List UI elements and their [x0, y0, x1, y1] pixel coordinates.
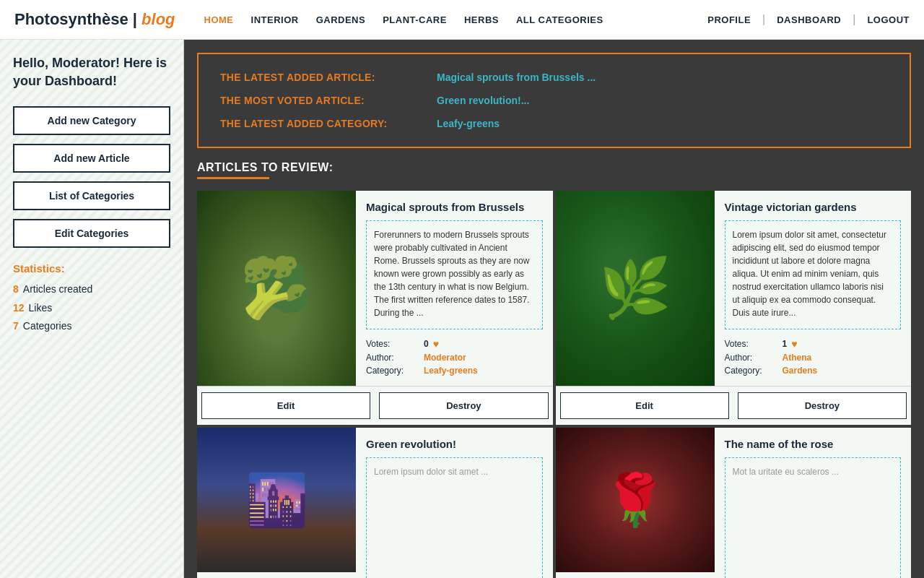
article-title-4: The name of the rose: [725, 438, 902, 450]
article-top-1: Magical sprouts from Brussels Forerunner…: [197, 191, 553, 386]
category-label-2: Category:: [725, 366, 783, 376]
article-content-3: Green revolution! Lorem ipsum dolor sit …: [356, 428, 553, 578]
article-content-4: The name of the rose Mot la uritate eu s…: [715, 428, 912, 578]
sidebar: Hello, Moderator! Here is your Dashboard…: [0, 40, 184, 578]
article-img-3: [197, 428, 356, 572]
article-meta-1: Votes: 0 ♥ Author: Moderator Category: L…: [366, 338, 543, 379]
article-text-2: Lorem ipsum dolor sit amet, consectetur …: [725, 220, 902, 329]
stats-categories: 7Categories: [13, 317, 170, 335]
author-label-2: Author:: [725, 353, 783, 363]
add-category-button[interactable]: Add new Category: [13, 106, 170, 135]
category-value-2: Gardens: [783, 366, 818, 376]
heart-icon-2: ♥: [791, 338, 797, 350]
nav-home[interactable]: HOME: [204, 14, 234, 25]
edit-button-1[interactable]: Edit: [201, 392, 370, 419]
main-content: THE LATEST ADDED ARTICLE: Magical sprout…: [184, 40, 924, 578]
article-title-1: Magical sprouts from Brussels: [366, 201, 543, 213]
latest-category-value: Leafy-greens: [437, 118, 500, 129]
sidebar-stats: Statistics: 8Articles created 12Likes 7C…: [13, 262, 170, 335]
articles-grid: Magical sprouts from Brussels Forerunner…: [197, 191, 911, 578]
latest-article-label: THE LATEST ADDED ARTICLE:: [220, 72, 437, 83]
article-img-4: [556, 428, 715, 572]
nav-all-categories[interactable]: ALL CATEGORIES: [516, 14, 603, 25]
add-article-button[interactable]: Add new Article: [13, 144, 170, 173]
nav-dashboard[interactable]: DASHBOARD: [777, 14, 841, 25]
stats-title: Statistics:: [13, 262, 170, 275]
stats-articles: 8Articles created: [13, 280, 170, 298]
article-top-2: Vintage victorian gardens Lorem ipsum do…: [556, 191, 912, 386]
page-layout: Hello, Moderator! Here is your Dashboard…: [0, 40, 924, 578]
article-content-1: Magical sprouts from Brussels Forerunner…: [356, 191, 553, 386]
nav-plant-care[interactable]: PLANT-CARE: [383, 14, 447, 25]
articles-section: ARTICLES TO REVIEW:: [184, 148, 924, 179]
most-voted-label: THE MOST VOTED ARTICLE:: [220, 95, 437, 106]
navbar: Photosynthèse | blog HOME INTERIOR GARDE…: [0, 0, 924, 40]
article-votes-row-2: Votes: 1 ♥: [725, 338, 902, 350]
article-card-4: The name of the rose Mot la uritate eu s…: [556, 428, 912, 578]
nav-links: HOME INTERIOR GARDENS PLANT-CARE HERBS A…: [204, 14, 708, 25]
logo-highlight: blog: [141, 10, 175, 28]
article-top-4: The name of the rose Mot la uritate eu s…: [556, 428, 912, 578]
article-card-2: Vintage victorian gardens Lorem ipsum do…: [556, 191, 912, 425]
article-author-row-1: Author: Moderator: [366, 353, 543, 363]
destroy-button-2[interactable]: Destroy: [738, 392, 907, 419]
votes-value-2: 1: [783, 339, 788, 349]
author-label-1: Author:: [366, 353, 424, 363]
nav-profile[interactable]: PROFILE: [707, 14, 751, 25]
article-actions-1: Edit Destroy: [197, 386, 553, 425]
destroy-button-1[interactable]: Destroy: [379, 392, 548, 419]
edit-categories-button[interactable]: Edit Categories: [13, 219, 170, 248]
info-row-most-voted: THE MOST VOTED ARTICLE: Green revolution…: [220, 95, 888, 106]
article-content-2: Vintage victorian gardens Lorem ipsum do…: [715, 191, 912, 386]
article-top-3: Green revolution! Lorem ipsum dolor sit …: [197, 428, 553, 578]
votes-label-1: Votes:: [366, 339, 424, 349]
article-author-row-2: Author: Athena: [725, 353, 902, 363]
nav-interior[interactable]: INTERIOR: [251, 14, 299, 25]
heart-icon-1: ♥: [433, 338, 439, 350]
votes-label-2: Votes:: [725, 339, 783, 349]
article-card-3: Green revolution! Lorem ipsum dolor sit …: [197, 428, 553, 578]
article-category-row-2: Category: Gardens: [725, 366, 902, 376]
most-voted-value: Green revolution!...: [437, 95, 529, 106]
article-text-3: Lorem ipsum dolor sit amet ...: [366, 457, 543, 578]
site-logo: Photosynthèse | blog: [14, 10, 175, 29]
votes-value-1: 0: [424, 339, 429, 349]
article-actions-2: Edit Destroy: [556, 386, 912, 425]
nav-divider1: |: [762, 13, 765, 26]
latest-article-value: Magical sprouts from Brussels ...: [437, 72, 596, 83]
article-img-1: [197, 191, 356, 386]
articles-title-underline: [197, 177, 269, 179]
article-category-row-1: Category: Leafy-greens: [366, 366, 543, 376]
nav-divider2: |: [853, 13, 855, 26]
article-title-2: Vintage victorian gardens: [725, 201, 902, 213]
article-card-1: Magical sprouts from Brussels Forerunner…: [197, 191, 553, 425]
article-title-3: Green revolution!: [366, 438, 543, 450]
dashboard-info-box: THE LATEST ADDED ARTICLE: Magical sprout…: [197, 53, 911, 148]
nav-right: PROFILE | DASHBOARD | LOGOUT: [707, 13, 910, 26]
info-row-latest-category: THE LATEST ADDED CATEGORY: Leafy-greens: [220, 118, 888, 129]
latest-category-label: THE LATEST ADDED CATEGORY:: [220, 118, 437, 129]
article-meta-2: Votes: 1 ♥ Author: Athena Category: Gard…: [725, 338, 902, 379]
article-text-1: Forerunners to modern Brussels sprouts w…: [366, 220, 543, 329]
stats-likes: 12Likes: [13, 299, 170, 317]
list-categories-button[interactable]: List of Categories: [13, 181, 170, 210]
nav-herbs[interactable]: HERBS: [464, 14, 499, 25]
article-text-4: Mot la uritate eu scaleros ...: [725, 457, 902, 578]
article-votes-row-1: Votes: 0 ♥: [366, 338, 543, 350]
nav-logout[interactable]: LOGOUT: [867, 14, 910, 25]
sidebar-greeting: Hello, Moderator! Here is your Dashboard…: [13, 54, 170, 90]
category-label-1: Category:: [366, 366, 424, 376]
nav-gardens[interactable]: GARDENS: [316, 14, 366, 25]
author-value-2: Athena: [783, 353, 812, 363]
info-row-latest-article: THE LATEST ADDED ARTICLE: Magical sprout…: [220, 72, 888, 83]
articles-section-title: ARTICLES TO REVIEW:: [197, 161, 911, 174]
article-img-2: [556, 191, 715, 386]
author-value-1: Moderator: [424, 353, 466, 363]
edit-button-2[interactable]: Edit: [560, 392, 729, 419]
category-value-1: Leafy-greens: [424, 366, 478, 376]
